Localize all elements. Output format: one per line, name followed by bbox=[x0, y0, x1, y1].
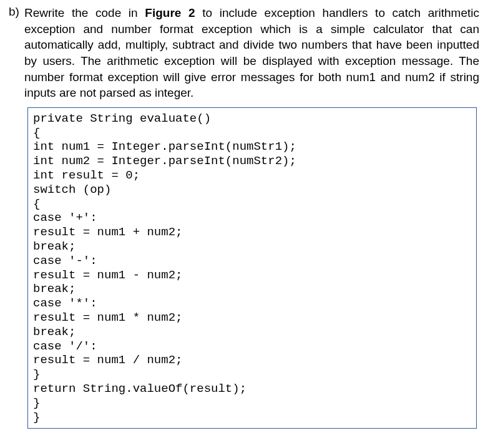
code-line: result = num1 / num2; bbox=[33, 353, 182, 367]
code-line: private String evaluate() bbox=[33, 112, 211, 125]
code-line: switch (op) bbox=[33, 183, 111, 197]
code-line: break; bbox=[33, 325, 76, 339]
figure-reference: Figure 2 bbox=[145, 6, 195, 19]
code-line: return String.valueOf(result); bbox=[33, 382, 246, 396]
code-line: { bbox=[33, 126, 40, 140]
code-line: } bbox=[33, 396, 40, 410]
code-line: int result = 0; bbox=[33, 168, 140, 182]
code-line: } bbox=[33, 411, 40, 424]
question-text-post: to include exception handlers to catch a… bbox=[24, 6, 479, 99]
code-line: case '-': bbox=[33, 254, 97, 268]
question-text: Rewrite the code in Figure 2 to include … bbox=[24, 5, 479, 101]
question-block: b) Rewrite the code in Figure 2 to inclu… bbox=[9, 5, 479, 101]
code-line: break; bbox=[33, 282, 76, 296]
code-line: int num2 = Integer.parseInt(numStr2); bbox=[33, 154, 296, 168]
question-label: b) bbox=[9, 5, 19, 19]
code-figure-box: private String evaluate() { int num1 = I… bbox=[27, 107, 477, 429]
code-line: case '+': bbox=[33, 211, 97, 225]
code-line: case '/': bbox=[33, 339, 97, 353]
code-line: result = num1 - num2; bbox=[33, 268, 182, 282]
code-line: { bbox=[33, 197, 40, 211]
code-line: } bbox=[33, 368, 40, 381]
code-line: int num1 = Integer.parseInt(numStr1); bbox=[33, 140, 296, 153]
question-text-pre: Rewrite the code in bbox=[24, 6, 145, 19]
code-line: result = num1 + num2; bbox=[33, 225, 182, 239]
code-line: break; bbox=[33, 240, 76, 253]
code-line: result = num1 * num2; bbox=[33, 311, 182, 324]
code-line: case '*': bbox=[33, 296, 97, 310]
